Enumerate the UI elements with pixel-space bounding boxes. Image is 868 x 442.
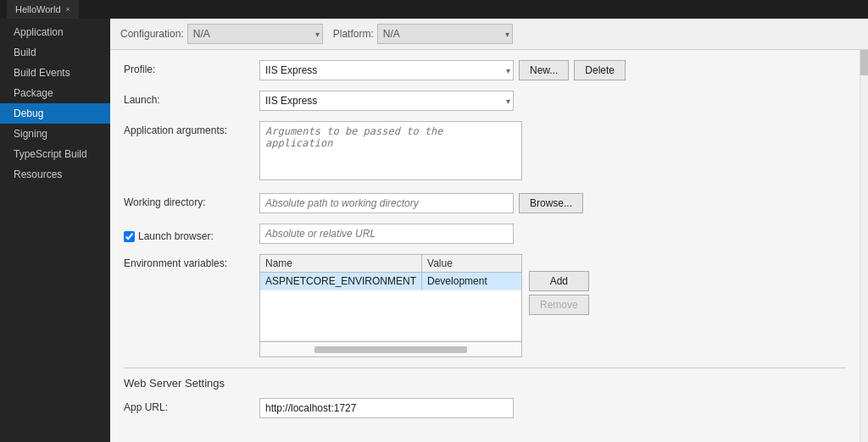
app-url-input[interactable]: [259, 398, 514, 418]
env-col-value-header: Value: [422, 255, 521, 273]
title-bar: HelloWorld ×: [0, 0, 868, 19]
scrollbar-thumb: [860, 50, 868, 75]
launch-browser-url-input[interactable]: [259, 224, 514, 244]
platform-select-wrapper: N/A: [377, 24, 513, 44]
app-args-control: [259, 121, 846, 183]
form-content: Profile: IIS Express New... Delete Launc…: [110, 50, 860, 442]
delete-button[interactable]: Delete: [574, 60, 626, 80]
sidebar-item-signing[interactable]: Signing: [0, 124, 110, 144]
profile-label: Profile:: [124, 60, 259, 75]
configuration-label: Configuration:: [120, 28, 184, 40]
sidebar-item-debug[interactable]: Debug: [0, 103, 110, 124]
main-layout: ApplicationBuildBuild EventsPackageDebug…: [0, 19, 868, 442]
platform-group: Platform: N/A: [333, 24, 513, 44]
env-row-name: ASPNETCORE_ENVIRONMENT: [260, 273, 422, 290]
env-vars-row: Environment variables: Name Value: [124, 254, 846, 357]
close-icon[interactable]: ×: [66, 5, 70, 14]
env-table-body: ASPNETCORE_ENVIRONMENT Development: [260, 273, 521, 341]
sidebar-item-resources[interactable]: Resources: [0, 164, 110, 185]
working-dir-label: Working directory:: [124, 193, 259, 208]
sidebar-item-package[interactable]: Package: [0, 83, 110, 103]
add-button[interactable]: Add: [529, 271, 589, 291]
env-btn-group: Add Remove: [529, 254, 589, 315]
launch-browser-checkbox[interactable]: [124, 231, 135, 242]
launch-browser-label: Launch browser:: [138, 230, 214, 242]
configuration-select[interactable]: N/A: [187, 24, 323, 44]
env-horizontal-scrollbar[interactable]: [314, 346, 467, 353]
launch-browser-label-wrapper: Launch browser:: [124, 224, 259, 242]
content-area: Configuration: N/A Platform: N/A: [110, 19, 868, 442]
remove-button[interactable]: Remove: [529, 295, 589, 315]
configuration-group: Configuration: N/A: [120, 24, 323, 44]
app-args-row: Application arguments:: [124, 121, 846, 183]
launch-row: Launch: IIS Express: [124, 91, 846, 111]
working-dir-control: Browse...: [259, 193, 846, 213]
env-row-value: Development: [422, 273, 521, 290]
env-col-name-header: Name: [260, 255, 422, 273]
sidebar: ApplicationBuildBuild EventsPackageDebug…: [0, 19, 110, 442]
env-table-header-row: Name Value: [260, 255, 521, 273]
env-vars-control: Name Value ASPNETCORE_ENVIRONMENT Develo…: [259, 254, 846, 357]
section-divider: [124, 367, 846, 368]
app-args-label: Application arguments:: [124, 121, 259, 136]
web-server-section-title: Web Server Settings: [124, 377, 846, 390]
configuration-select-wrapper: N/A: [187, 24, 323, 44]
launch-browser-url-control: [259, 224, 846, 244]
tab-label: HelloWorld: [15, 4, 61, 14]
launch-select-wrapper: IIS Express: [259, 91, 514, 111]
table-row[interactable]: ASPNETCORE_ENVIRONMENT Development: [260, 273, 521, 290]
launch-label: Launch:: [124, 91, 259, 106]
working-dir-input[interactable]: [259, 193, 514, 213]
app-args-textarea[interactable]: [259, 121, 522, 180]
app-url-label: App URL:: [124, 398, 259, 413]
profile-control: IIS Express New... Delete: [259, 60, 846, 80]
launch-select[interactable]: IIS Express: [259, 91, 514, 111]
env-table-container: Name Value ASPNETCORE_ENVIRONMENT Develo…: [259, 254, 522, 357]
table-spacer: [260, 290, 521, 341]
sidebar-item-application[interactable]: Application: [0, 22, 110, 42]
platform-select[interactable]: N/A: [377, 24, 513, 44]
top-toolbar: Configuration: N/A Platform: N/A: [110, 19, 868, 50]
table-row-spacer: [260, 290, 521, 341]
right-scrollbar[interactable]: [860, 50, 868, 442]
new-button[interactable]: New...: [519, 60, 569, 80]
env-table: Name Value ASPNETCORE_ENVIRONMENT Develo…: [260, 255, 521, 341]
working-dir-row: Working directory: Browse...: [124, 193, 846, 213]
profile-row: Profile: IIS Express New... Delete: [124, 60, 846, 80]
sidebar-item-build-events[interactable]: Build Events: [0, 63, 110, 83]
title-tab[interactable]: HelloWorld ×: [7, 0, 79, 19]
profile-select[interactable]: IIS Express: [259, 60, 514, 80]
platform-label: Platform:: [333, 28, 374, 40]
browse-button[interactable]: Browse...: [519, 193, 583, 213]
sidebar-item-typescript-build[interactable]: TypeScript Build: [0, 144, 110, 164]
launch-control: IIS Express: [259, 91, 846, 111]
sidebar-item-build[interactable]: Build: [0, 42, 110, 63]
app-url-control: [259, 398, 846, 418]
launch-browser-checkbox-label[interactable]: Launch browser:: [124, 227, 259, 242]
app-url-row: App URL:: [124, 398, 846, 418]
env-table-footer: [260, 341, 521, 356]
env-vars-label: Environment variables:: [124, 254, 259, 269]
profile-select-wrapper: IIS Express: [259, 60, 514, 80]
launch-browser-row: Launch browser:: [124, 224, 846, 244]
